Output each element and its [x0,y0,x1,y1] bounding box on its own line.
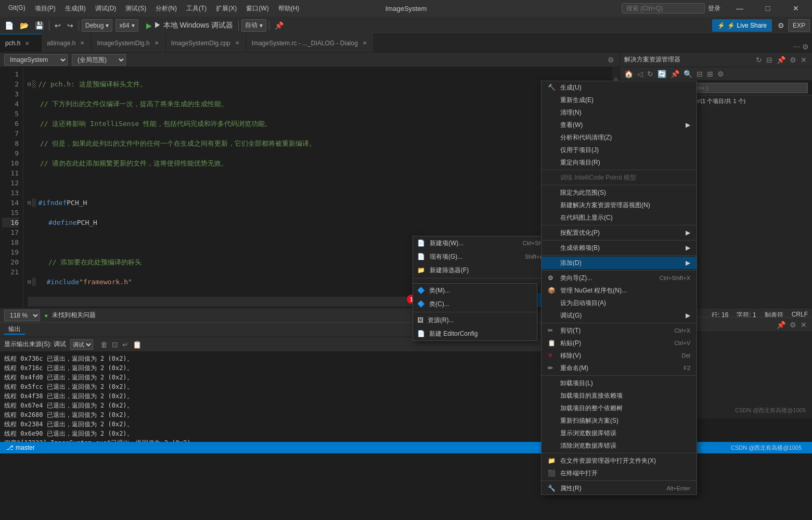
acm-editorconfig[interactable]: 📄 新建 EditorConfig [413,327,537,340]
cm-existing-item[interactable]: 📄 现有项(G)... Shift+Alt+A [413,250,558,263]
output-source-select[interactable]: 调试 [70,339,93,350]
menu-tools[interactable]: 工具(T) [182,2,211,15]
panel-settings-icon[interactable]: ⚙ [789,55,797,65]
clear-output-icon[interactable]: 🗑 [99,339,109,350]
tab-dlg-h[interactable]: ImageSystemDlg.h ✕ [92,34,165,52]
tab-pch[interactable]: pch.h ✕ [0,34,42,52]
login-button[interactable]: 登录 [705,3,724,14]
tab-overflow-button[interactable]: ⋯ [792,42,801,52]
win-max-button[interactable]: □ [756,0,780,17]
rcm-show-db-errors[interactable]: 显示浏览数据库错误 [542,427,697,439]
debug-config-dropdown[interactable]: Debug ▾ [82,19,112,32]
panel-pin-icon[interactable]: 📌 [776,55,787,65]
rcm-cut[interactable]: ✂ 剪切(T) Ctrl+X [542,324,697,337]
tab-rc[interactable]: ImageSystem.rc - ..._DIALOG - Dialog ✕ [247,34,374,52]
auto-dropdown[interactable]: 自动 ▾ [241,19,266,32]
collapse-icon[interactable]: ⊟ [695,69,704,79]
rcm-load-all-deps[interactable]: 加载项目的整个依赖树 [542,402,697,414]
tab-settings-icon[interactable]: ⚙ [801,42,810,52]
win-close-button[interactable]: ✕ [784,0,808,17]
file-dropdown[interactable]: ImageSystem [4,54,68,66]
pin-button[interactable]: 📌 [272,19,286,32]
open-button[interactable]: 📂 [17,19,31,32]
cm-new-item[interactable]: 📄 新建项(W)... Ctrl+Shift+A [413,236,558,250]
tab-pch-close[interactable]: ✕ [23,40,31,47]
rcm-build[interactable]: 🔨生成(U) [542,81,697,94]
rcm-retarget[interactable]: 重定向项目(R) [542,156,697,169]
props-pin-icon[interactable]: 📌 [776,320,787,330]
live-share-button[interactable]: ⚡ ⚡ Live Share [712,19,772,32]
rcm-scope[interactable]: 限定为此范围(S) [542,186,697,199]
acm-resource[interactable]: 🖼 资源(R)... [413,313,537,327]
rcm-clear-db-errors[interactable]: 清除浏览数据库错误 [542,439,697,452]
rcm-rescan[interactable]: 重新扫描解决方案(S) [542,414,697,427]
rcm-unload[interactable]: 卸载项目(L) [542,377,697,389]
menu-debug[interactable]: 调试(D) [91,2,121,15]
menu-test[interactable]: 测试(S) [121,2,150,15]
rcm-view[interactable]: 查看(W) ▶ [542,119,697,131]
rcm-rebuild[interactable]: 重新生成(E) [542,94,697,106]
copy-output-icon[interactable]: 📋 [132,339,143,350]
exp-button[interactable]: EXP [788,19,810,32]
tab-dlg-h-close[interactable]: ✕ [153,40,160,46]
rcm-clean[interactable]: 清理(N) [542,106,697,119]
redo-button[interactable]: ↪ [65,19,76,32]
rcm-properties[interactable]: 🔧 属性(R) Alt+Enter [542,482,697,494]
output-tab-label[interactable]: 输出 [4,325,25,335]
menu-analyze[interactable]: 分析(N) [151,2,181,15]
scope-dropdown[interactable]: (全局范围) [72,54,126,66]
sync2-icon[interactable]: ↻ [646,69,654,79]
rcm-codemap[interactable]: 在代码图上显示(C) [542,211,697,224]
acm-class-m[interactable]: 🔷 类(M)... [413,284,537,297]
cm-new-filter[interactable]: 📁 新建筛选器(F) [413,263,558,277]
props-settings-icon[interactable]: ⚙ [789,320,797,330]
expand-icon[interactable]: ⊞ [706,69,714,79]
rcm-analyze[interactable]: 分析和代码清理(Z) [542,131,697,144]
rcm-class-wizard[interactable]: ⚙ 类向导(Z)... Ctrl+Shift+X [542,272,697,284]
platform-dropdown[interactable]: x64 ▾ [115,19,138,32]
toggle-output-icon[interactable]: ⊡ [111,339,119,350]
tab-rc-close[interactable]: ✕ [361,40,368,46]
menu-help[interactable]: 帮助(H) [274,2,304,15]
rcm-deps[interactable]: 生成依赖项(B) ▶ [542,242,697,254]
rcm-new-view[interactable]: 新建解决方案资源管理器视图(N) [542,199,697,211]
rcm-optimize[interactable]: 按配置优化(P) ▶ [542,226,697,239]
new-file-button[interactable]: 📄 [2,19,16,32]
tab-atlimage[interactable]: atlimage.h ✕ [42,34,92,52]
menu-extend[interactable]: 扩展(X) [212,2,241,15]
rcm-paste[interactable]: 📋 粘贴(P) Ctrl+V [542,337,697,349]
menu-window[interactable]: 窗口(W) [242,2,273,15]
rcm-nuget[interactable]: 📦 管理 NuGet 程序包(N)... [542,284,697,297]
back-icon[interactable]: ◁ [636,69,644,79]
home-icon[interactable]: 🏠 [623,69,634,79]
global-search-input[interactable] [622,3,705,14]
close-panel-icon[interactable]: ✕ [800,55,808,65]
tab-dlg-cpp-close[interactable]: ✕ [234,40,241,46]
git-status[interactable]: ⎇ master [4,442,37,453]
acm-class-c[interactable]: 🔷 类(C)... [413,297,537,311]
rcm-load-direct-deps[interactable]: 加载项目的直接依赖项 [542,389,697,402]
rcm-open-terminal[interactable]: ⬛ 在终端中打开 [542,467,697,479]
tab-atlimage-close[interactable]: ✕ [79,40,86,46]
search2-icon[interactable]: 🔍 [682,69,693,79]
editor-settings-icon[interactable]: ⚙ [607,55,615,65]
zoom-select[interactable]: 118 % [4,310,40,321]
menu-project[interactable]: 项目(P) [31,2,60,15]
refresh-icon[interactable]: 🔄 [656,69,667,79]
menu-git[interactable]: Git(G) [4,2,30,15]
filter-icon[interactable]: ⊟ [765,55,774,65]
sync-icon[interactable]: ↻ [755,55,763,65]
undo-button[interactable]: ↩ [52,19,63,32]
save-all-button[interactable]: 💾 [32,19,46,32]
win-min-button[interactable]: — [728,0,752,17]
pin2-icon[interactable]: 📌 [669,69,680,79]
tab-dlg-cpp[interactable]: ImageSystemDlg.cpp ✕ [166,34,247,52]
rcm-project-only[interactable]: 仅用于项目(J) [542,144,697,156]
props-close-icon[interactable]: ✕ [800,320,808,330]
rcm-debug-menu[interactable]: 调试(G) ▶ [542,309,697,322]
rcm-open-folder[interactable]: 📁 在文件资源管理器中打开文件夹(X) [542,454,697,467]
rcm-rename[interactable]: ✏ 重命名(M) F2 [542,362,697,374]
props2-icon[interactable]: ⚙ [716,69,725,79]
rcm-remove[interactable]: ✕ 移除(V) Del [542,349,697,362]
wrap-output-icon[interactable]: ↵ [121,339,130,350]
